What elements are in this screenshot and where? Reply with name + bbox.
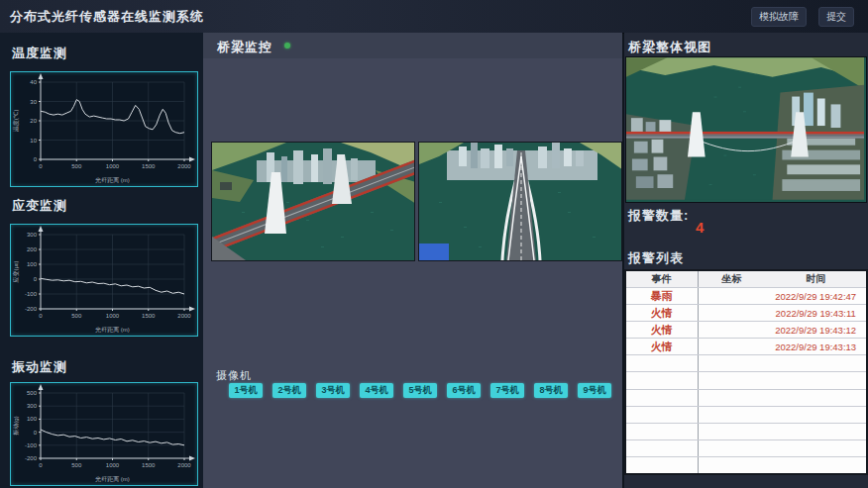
alarm-table-header-cell: 时间: [765, 271, 866, 287]
alarm-table: 事件坐标时间暴雨2022/9/29 19:42:47火情2022/9/29 19…: [624, 269, 868, 475]
camera-button[interactable]: 9号机: [578, 383, 611, 398]
alarm-table-header-cell: 事件: [626, 271, 699, 287]
svg-text:振动(g): 振动(g): [13, 416, 19, 435]
alarm-table-cell: 火情: [626, 322, 699, 338]
camera-buttons: 1号机2号机3号机4号机5号机6号机7号机8号机9号机: [229, 383, 615, 401]
alarm-table-cell: 火情: [626, 305, 699, 321]
alarm-table-cell: [626, 424, 699, 439]
camera-button[interactable]: 3号机: [316, 383, 350, 398]
svg-text:200: 200: [27, 246, 38, 252]
alarm-count-value: 4: [696, 219, 704, 236]
app-title: 分布式光纤传感器在线监测系统: [10, 8, 204, 26]
alarm-table-header-cell: 坐标: [699, 271, 766, 287]
svg-text:300: 300: [27, 232, 38, 238]
svg-text:0: 0: [34, 430, 38, 436]
alarm-table-cell: [626, 440, 699, 456]
alarm-table-cell: [699, 390, 766, 406]
svg-text:温度(℃): 温度(℃): [12, 110, 20, 133]
sensor-charts-sidebar: 温度监测 4030201000500100015002000光纤距离 (m)温度…: [0, 33, 203, 488]
svg-text:1500: 1500: [142, 462, 156, 468]
svg-text:100: 100: [27, 416, 38, 422]
alarm-table-cell: 2022/9/29 19:43:11: [765, 305, 866, 321]
alarm-table-cell: [765, 355, 866, 371]
svg-text:500: 500: [71, 313, 82, 319]
alarm-table-cell: 暴雨: [626, 288, 699, 304]
camera-button[interactable]: 1号机: [229, 383, 263, 398]
camera-button[interactable]: 6号机: [447, 383, 481, 398]
svg-text:1000: 1000: [106, 462, 120, 468]
alarm-table-row: [626, 424, 866, 440]
alarm-table-cell: [699, 440, 766, 456]
bridge-overview-view: [625, 56, 867, 203]
svg-text:10: 10: [30, 138, 37, 144]
alarm-table-cell: [765, 457, 866, 473]
alarm-table-cell: [765, 407, 866, 423]
alarm-table-cell: [699, 355, 766, 371]
alarm-list-label: 报警列表: [628, 249, 684, 267]
alarm-table-cell: [626, 390, 699, 406]
alarm-table-row: [626, 355, 866, 372]
simulate-fault-button[interactable]: 模拟故障: [751, 7, 807, 27]
camera-view-2-image: [419, 143, 622, 260]
app-header: 分布式光纤传感器在线监测系统 模拟故障 提交: [0, 0, 868, 33]
alarm-table-row: [626, 390, 866, 407]
svg-text:20: 20: [30, 118, 37, 124]
alarm-table-cell: [699, 288, 766, 304]
camera-view-1-image: [212, 143, 415, 260]
svg-text:100: 100: [27, 261, 38, 267]
alarm-table-cell: [765, 390, 866, 406]
alarm-table-cell: [765, 372, 866, 388]
camera-button[interactable]: 2号机: [272, 383, 306, 398]
svg-text:0: 0: [39, 313, 43, 319]
svg-text:0: 0: [34, 156, 38, 162]
bridge-monitor-title: 桥梁监控: [217, 39, 272, 56]
camera-feeds: [211, 142, 622, 259]
alarm-table-row: [626, 457, 866, 473]
alarm-table-row: [626, 440, 866, 457]
camera-button[interactable]: 5号机: [403, 383, 437, 398]
alarm-count-label: 报警数量:: [628, 207, 689, 225]
alarm-table-cell: [626, 457, 699, 473]
svg-text:300: 300: [27, 403, 38, 409]
alarm-table-cell: [765, 440, 866, 456]
bridge-overview-title: 桥梁整体视图: [628, 39, 711, 56]
svg-text:光纤距离 (m): 光纤距离 (m): [94, 475, 130, 483]
svg-text:2000: 2000: [177, 313, 191, 319]
temperature-panel-title: 温度监测: [12, 45, 67, 62]
camera-button[interactable]: 8号机: [534, 383, 568, 398]
camera-button[interactable]: 7号机: [490, 383, 524, 398]
svg-text:0: 0: [39, 462, 43, 468]
alarm-table-cell: [699, 424, 766, 439]
camera-view-1: [211, 142, 415, 261]
bridge-monitor-panel: 桥梁监控: [203, 33, 622, 488]
alarm-table-row: 火情2022/9/29 19:43:12: [626, 322, 866, 339]
svg-text:500: 500: [71, 163, 82, 169]
svg-text:-200: -200: [25, 455, 38, 461]
overview-alarm-panel: 桥梁整体视图: [624, 33, 868, 488]
svg-text:2000: 2000: [177, 462, 191, 468]
alarm-table-cell: [626, 372, 699, 388]
strain-chart: 3002001000-100-2000500100015002000光纤距离 (…: [10, 224, 198, 337]
camera-button[interactable]: 4号机: [360, 383, 393, 398]
alarm-table-cell: [699, 457, 766, 473]
svg-text:-100: -100: [25, 442, 38, 448]
svg-text:40: 40: [30, 79, 37, 85]
svg-text:光纤距离 (m): 光纤距离 (m): [94, 326, 130, 334]
alarm-table-cell: 2022/9/29 19:43:12: [765, 322, 866, 338]
vibration-chart: 5003001000-100-2000500100015002000光纤距离 (…: [10, 382, 198, 486]
alarm-table-cell: [626, 407, 699, 423]
alarm-table-row: [626, 407, 866, 424]
svg-text:应变(με): 应变(με): [12, 260, 20, 282]
alarm-table-cell: 2022/9/29 19:42:47: [765, 288, 866, 304]
alarm-table-cell: [699, 407, 766, 423]
svg-text:-100: -100: [25, 291, 38, 297]
temperature-chart: 4030201000500100015002000光纤距离 (m)温度(℃): [10, 71, 198, 187]
bridge-overview-image: [626, 57, 864, 200]
alarm-table-cell: 火情: [626, 339, 699, 354]
svg-text:0: 0: [34, 276, 38, 282]
vibration-panel-title: 振动监测: [12, 358, 67, 376]
svg-text:1000: 1000: [106, 313, 120, 319]
svg-text:1000: 1000: [106, 163, 120, 169]
submit-button[interactable]: 提交: [818, 7, 854, 27]
camera-section-label: 摄像机: [216, 368, 252, 383]
